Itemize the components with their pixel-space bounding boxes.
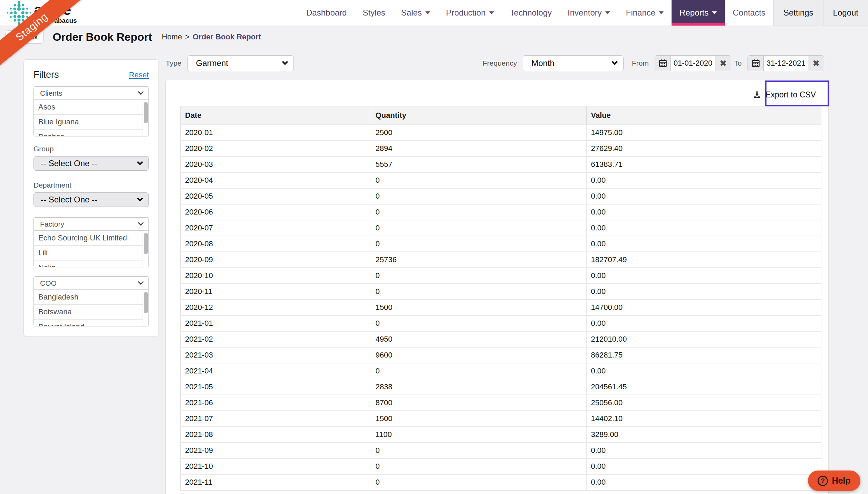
chevron-down-icon bbox=[137, 195, 143, 201]
breadcrumb-current: Order Book Report bbox=[193, 32, 261, 41]
cell-quantity: 2838 bbox=[371, 379, 586, 395]
chevron-down-icon bbox=[489, 11, 494, 14]
list-item[interactable]: Boohoo bbox=[34, 130, 143, 136]
clients-scrollbar[interactable] bbox=[143, 100, 148, 136]
cell-quantity: 9600 bbox=[371, 347, 586, 363]
frequency-select-value: Month bbox=[531, 58, 554, 68]
chevron-down-icon bbox=[137, 159, 143, 165]
cell-date: 2020-07 bbox=[180, 220, 371, 236]
cell-date: 2021-10 bbox=[180, 458, 371, 474]
cell-date: 2021-05 bbox=[180, 379, 371, 395]
table-row: 2021-1100.00 bbox=[180, 474, 821, 490]
nav-item-styles[interactable]: Styles bbox=[355, 0, 393, 26]
nav-item-sales[interactable]: Sales bbox=[393, 0, 438, 26]
to-calendar-button[interactable] bbox=[748, 56, 764, 71]
from-calendar-button[interactable] bbox=[655, 56, 671, 71]
table-row: 2020-02289427629.40 bbox=[180, 141, 821, 156]
type-control: Type Garment bbox=[166, 55, 294, 71]
cell-quantity: 0 bbox=[371, 315, 586, 331]
group-label: Group bbox=[33, 145, 149, 153]
factory-dropdown-toggle[interactable]: Factory bbox=[34, 218, 148, 231]
table-row: 2020-0925736182707.49 bbox=[180, 252, 821, 268]
logout-button[interactable]: Logout bbox=[823, 0, 868, 26]
cell-quantity: 2894 bbox=[371, 141, 586, 156]
page: acore By Fabacus DashboardStylesSalesPro… bbox=[0, 0, 868, 494]
coo-label: COO bbox=[40, 279, 57, 287]
breadcrumb-home-link[interactable]: Home bbox=[162, 32, 182, 41]
top-navbar: acore By Fabacus DashboardStylesSalesPro… bbox=[0, 0, 868, 26]
cell-value: 14700.00 bbox=[586, 300, 821, 315]
list-item[interactable]: Bouvet Island bbox=[34, 320, 143, 326]
clients-multiselect: Clients AsosBlue IguanaBoohoo bbox=[33, 86, 149, 136]
frequency-select[interactable]: Month bbox=[523, 55, 624, 71]
cell-quantity: 0 bbox=[371, 188, 586, 204]
help-button[interactable]: ? Help bbox=[808, 471, 860, 491]
table-row: 2020-0800.00 bbox=[180, 236, 821, 252]
cell-date: 2020-04 bbox=[180, 172, 371, 188]
nav-item-contacts[interactable]: Contacts bbox=[725, 0, 773, 26]
chevron-down-icon bbox=[612, 59, 618, 65]
nav-item-finance[interactable]: Finance bbox=[618, 0, 672, 26]
chevron-down-icon bbox=[138, 89, 144, 95]
table-row: 2020-01250014975.00 bbox=[180, 125, 821, 141]
table-row: 2021-0900.00 bbox=[180, 443, 821, 458]
nav-item-production[interactable]: Production bbox=[438, 0, 502, 26]
group-select[interactable]: -- Select One -- bbox=[33, 156, 149, 171]
cell-quantity: 0 bbox=[371, 204, 586, 220]
table-row: 2020-0500.00 bbox=[180, 188, 821, 204]
coo-scrollbar[interactable] bbox=[143, 290, 148, 326]
cell-date: 2021-01 bbox=[180, 315, 371, 331]
cell-value: 0.00 bbox=[586, 172, 821, 188]
nav-item-dashboard[interactable]: Dashboard bbox=[298, 0, 355, 26]
cell-quantity: 0 bbox=[371, 220, 586, 236]
scrollbar-thumb[interactable] bbox=[144, 102, 148, 123]
nav-item-inventory[interactable]: Inventory bbox=[560, 0, 618, 26]
type-select-value: Garment bbox=[196, 58, 228, 68]
list-item[interactable]: Asos bbox=[34, 100, 143, 115]
clients-dropdown-toggle[interactable]: Clients bbox=[34, 87, 148, 100]
coo-dropdown-toggle[interactable]: COO bbox=[34, 277, 148, 290]
list-item[interactable]: Bangladesh bbox=[34, 290, 143, 305]
cell-date: 2021-11 bbox=[180, 474, 371, 490]
reset-link[interactable]: Reset bbox=[129, 70, 149, 79]
to-date-input[interactable] bbox=[764, 56, 808, 71]
list-item[interactable]: Lili bbox=[34, 246, 143, 260]
list-item[interactable]: Botswana bbox=[34, 305, 143, 320]
export-csv-button[interactable]: Export to CSV bbox=[744, 84, 824, 105]
page-header: ← Back Order Book Report Home > Order Bo… bbox=[0, 26, 868, 48]
cell-quantity: 1100 bbox=[371, 427, 586, 443]
download-icon bbox=[753, 91, 761, 99]
cell-date: 2021-06 bbox=[180, 395, 371, 411]
list-item[interactable]: Nelia bbox=[34, 260, 143, 267]
list-item[interactable]: Blue Iguana bbox=[34, 115, 143, 130]
factory-label: Factory bbox=[40, 220, 64, 228]
table-row: 2020-0400.00 bbox=[180, 172, 821, 188]
filters-panel: Filters Reset Clients AsosBlue IguanaBoo… bbox=[23, 59, 159, 337]
nav-item-reports[interactable]: Reports bbox=[672, 0, 725, 26]
from-clear-button[interactable]: ✖ bbox=[715, 56, 731, 71]
list-item[interactable]: Echo Sourcing UK Limited bbox=[34, 231, 143, 246]
scrollbar-thumb[interactable] bbox=[144, 292, 148, 313]
breadcrumb-separator: > bbox=[185, 32, 190, 41]
cell-date: 2020-08 bbox=[180, 236, 371, 252]
cell-date: 2021-02 bbox=[180, 331, 371, 347]
factory-scrollbar[interactable] bbox=[143, 231, 148, 267]
type-select[interactable]: Garment bbox=[187, 55, 294, 71]
scrollbar-thumb[interactable] bbox=[144, 233, 148, 254]
cell-quantity: 0 bbox=[371, 443, 586, 458]
cell-value: 14975.00 bbox=[586, 125, 821, 141]
cell-quantity: 1500 bbox=[371, 300, 586, 315]
cell-date: 2020-11 bbox=[180, 284, 371, 300]
nav-menu: DashboardStylesSalesProductionTechnology… bbox=[173, 0, 773, 26]
cell-date: 2021-08 bbox=[180, 427, 371, 443]
to-clear-button[interactable]: ✖ bbox=[808, 56, 824, 71]
to-label: To bbox=[734, 59, 742, 67]
settings-button[interactable]: Settings bbox=[773, 0, 823, 26]
from-date-input[interactable] bbox=[671, 56, 715, 71]
cell-date: 2020-09 bbox=[180, 252, 371, 268]
department-select[interactable]: -- Select One -- bbox=[33, 192, 149, 207]
clients-options-list: AsosBlue IguanaBoohoo bbox=[34, 100, 143, 136]
cell-date: 2020-12 bbox=[180, 300, 371, 315]
nav-item-technology[interactable]: Technology bbox=[502, 0, 560, 26]
cell-value: 61383.71 bbox=[586, 156, 821, 172]
